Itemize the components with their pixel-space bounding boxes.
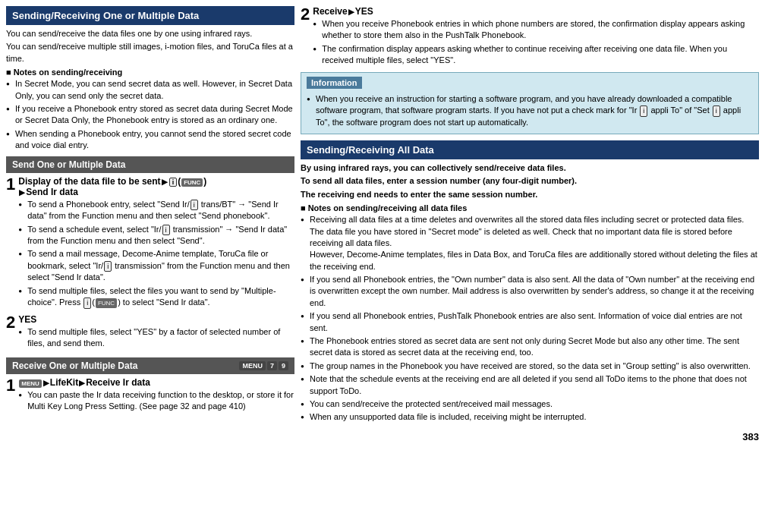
right-column: 2 Receive▶YES When you receive Phonebook… xyxy=(301,6,759,442)
info-bullet-1: When you receive an instruction for star… xyxy=(307,93,753,128)
info-box: Information When you receive an instruct… xyxy=(301,72,759,134)
receive-section-header: Receive One or Multiple Data MENU 7 9 xyxy=(6,357,294,374)
func-menu-icon: FUNC xyxy=(181,178,203,187)
all-data-note-7: You can send/receive the protected sent/… xyxy=(301,398,759,410)
send-step1-bullet-4: To send multiple files, select the files… xyxy=(18,285,294,309)
send-step1-bullet-2: To send a schedule event, select "Ir/i t… xyxy=(18,224,294,247)
main-content: Sending/Receiving One or Multiple Data Y… xyxy=(0,0,762,532)
content-wrapper: Sending/Receiving One or Multiple Data Y… xyxy=(6,6,759,442)
func-key-icon: i xyxy=(169,178,178,187)
note-item-2: If you receive a Phonebook entry stored … xyxy=(6,103,294,127)
send-step1: 1 Display of the data file to be sent▶i(… xyxy=(6,176,294,310)
all-data-notes-header: Notes on sending/receiving all data file… xyxy=(301,203,759,212)
info-box-header: Information xyxy=(307,77,362,89)
all-data-intro: By using infrared rays, you can collecti… xyxy=(301,162,759,200)
receive-step2-bullet-1: When you receive Phonebook entries in wh… xyxy=(313,18,759,42)
main-intro-text: You can send/receive the data files one … xyxy=(6,28,294,65)
left-column: Sending/Receiving One or Multiple Data Y… xyxy=(6,6,294,442)
all-data-note-1: Receiving all data files at a time delet… xyxy=(301,214,759,272)
notes-section: Notes on sending/receiving In Secret Mod… xyxy=(6,68,294,151)
all-data-section-title: Sending/Receiving All Data xyxy=(301,140,759,159)
menu-keys: MENU 7 9 xyxy=(239,361,288,370)
all-data-note-5: The group names in the Phonebook you hav… xyxy=(301,360,759,372)
receive-step2-bullet-2: The confirmation display appears asking … xyxy=(313,43,759,67)
send-step2: 2 YES To send multiple files, select "YE… xyxy=(6,314,294,351)
all-data-note-4: The Phonebook entries stored as secret d… xyxy=(301,335,759,359)
send-section-title: Send One or Multiple Data xyxy=(6,156,294,173)
all-data-note-3: If you send all Phonebook entries, PushT… xyxy=(301,310,759,334)
two-column-layout: Sending/Receiving One or Multiple Data Y… xyxy=(6,6,759,442)
note-item-3: When sending a Phonebook entry, you cann… xyxy=(6,128,294,152)
all-data-note-6: Note that the schedule events at the rec… xyxy=(301,373,759,397)
receive-step1-bullet-1: You can paste the Ir data receiving func… xyxy=(18,389,294,413)
all-data-note-8: When any unsupported data file is includ… xyxy=(301,411,759,423)
send-step1-bullet-1: To send a Phonebook entry, select "Send … xyxy=(18,199,294,222)
page-number: 383 xyxy=(301,431,759,442)
receive-step2: 2 Receive▶YES When you receive Phonebook… xyxy=(301,6,759,68)
send-step1-bullet-3: To send a mail message, Decome-Anime tem… xyxy=(18,248,294,283)
send-step2-bullet-1: To send multiple files, select "YES" by … xyxy=(18,326,294,350)
notes-header: Notes on sending/receiving xyxy=(6,68,294,77)
all-data-note-2: If you send all Phonebook entries, the "… xyxy=(301,274,759,309)
main-section-title: Sending/Receiving One or Multiple Data xyxy=(6,6,294,25)
note-item-1: In Secret Mode, you can send secret data… xyxy=(6,78,294,102)
page-container: Sending/Receiving One or Multiple Data Y… xyxy=(0,0,762,532)
receive-step1: 1 MENU▶LifeKit▶Receive Ir data You can p… xyxy=(6,377,294,414)
